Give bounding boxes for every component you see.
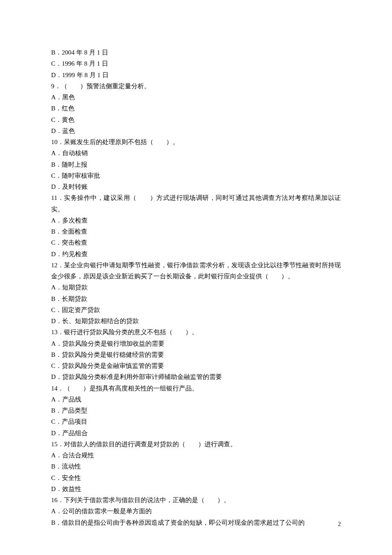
q8-option-c: C．1996 年 8 月 1 日: [51, 58, 341, 69]
q11-option-c: C．突击检查: [51, 237, 341, 248]
q15-stem: 15．对借款人的借款目的进行调查是对贷款的（ ）进行调查。: [51, 439, 341, 450]
q10-stem: 10．呆账发生后的处理原则不包括（ ）。: [51, 136, 341, 147]
q12-option-a: A．短期贷款: [51, 282, 341, 293]
q15-option-a: A．合法合规性: [51, 450, 341, 461]
q9-stem: 9．（ ）预警法侧重定量分析。: [51, 81, 341, 92]
q16-option-b: B．借款目的是指公司由于各种原因造成了资金的短缺，即公司对现金的需求超过了公司的: [51, 517, 341, 528]
q12-option-d: D．长、短期贷款相结合的贷款: [51, 315, 341, 327]
q12-option-b: B．长期贷款: [51, 293, 341, 304]
q14-option-c: C．产品项目: [51, 416, 341, 427]
q16-option-a: A．公司的借款需求一般是单方面的: [51, 506, 341, 517]
q14-stem: 14．（ ）是指具有高度相关性的一组银行产品。: [51, 383, 341, 394]
q9-option-d: D．蓝色: [51, 125, 341, 136]
q8-option-b: B．2004 年 8 月 1 日: [51, 47, 341, 58]
q9-option-c: C．黄色: [51, 114, 341, 125]
q13-option-a: A．贷款风险分类是银行增加收益的需要: [51, 338, 341, 349]
q12-option-c: C．固定资产贷款: [51, 304, 341, 315]
page-number: 2: [338, 519, 341, 530]
q10-option-b: B．随时上报: [51, 159, 341, 170]
q11-stem: 11．实务操作中，建议采用（ ）方式进行现场调研，同时可通过其他调查方法对考察结…: [51, 192, 341, 215]
q10-option-d: D．及时转账: [51, 181, 341, 192]
q16-stem: 16．下列关于借款需求与借款目的说法中，正确的是（ ）。: [51, 494, 341, 506]
q13-option-b: B．贷款风险分类是银行稳健经营的需要: [51, 349, 341, 360]
q14-option-b: B．产品类型: [51, 405, 341, 416]
q12-stem: 12．某企业向银行申请短期季节性融资，银行净借款需求分析，发现该企业比以往季节性…: [51, 260, 341, 282]
q8-option-d: D．1999 年 8 月 1 日: [51, 69, 341, 81]
q15-option-b: B．流动性: [51, 461, 341, 472]
q13-stem: 13．银行进行贷款风险分类的意义不包括（ ）。: [51, 327, 341, 338]
q14-option-d: D．产品组合: [51, 428, 341, 439]
q9-option-a: A．黑色: [51, 92, 341, 103]
q15-option-c: C．安全性: [51, 472, 341, 483]
q11-option-b: B．全面检查: [51, 226, 341, 237]
q9-option-b: B．红色: [51, 103, 341, 114]
q11-option-a: A．多次检查: [51, 215, 341, 226]
document-page: B．2004 年 8 月 1 日 C．1996 年 8 月 1 日 D．1999…: [0, 0, 392, 555]
q15-option-d: D．效益性: [51, 483, 341, 494]
q10-option-a: A．自动核销: [51, 147, 341, 159]
q13-option-d: D．贷款风险分类标准是利用外部审计师辅助金融监管的需要: [51, 371, 341, 382]
q11-option-d: D．约见检查: [51, 249, 341, 260]
q10-option-c: C．随时审核审批: [51, 170, 341, 181]
q14-option-a: A．产品线: [51, 394, 341, 405]
q13-option-c: C．贷款风险分类是金融审慎监管的需要: [51, 360, 341, 371]
